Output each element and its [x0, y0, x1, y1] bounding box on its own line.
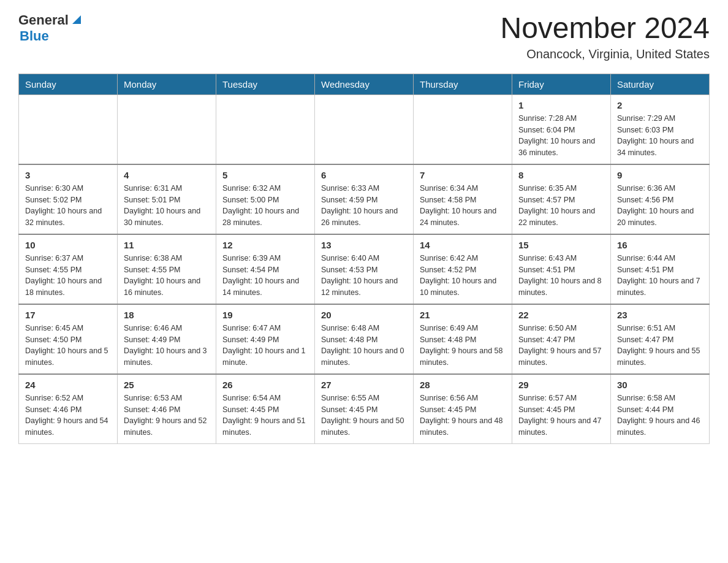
day-number: 26	[222, 380, 308, 390]
calendar-cell: 17Sunrise: 6:45 AMSunset: 4:50 PMDayligh…	[19, 304, 118, 374]
day-info: Sunrise: 6:49 AMSunset: 4:48 PMDaylight:…	[420, 323, 506, 369]
calendar-cell: 1Sunrise: 7:28 AMSunset: 6:04 PMDaylight…	[512, 94, 611, 164]
calendar-cell: 20Sunrise: 6:48 AMSunset: 4:48 PMDayligh…	[315, 304, 414, 374]
logo-blue-text: Blue	[20, 28, 49, 44]
day-number: 5	[222, 170, 308, 180]
title-area: November 2024 Onancock, Virginia, United…	[500, 12, 710, 61]
day-info: Sunrise: 6:44 AMSunset: 4:51 PMDaylight:…	[617, 253, 703, 299]
day-number: 7	[420, 170, 506, 180]
day-number: 14	[420, 240, 506, 250]
calendar-cell: 16Sunrise: 6:44 AMSunset: 4:51 PMDayligh…	[611, 234, 710, 304]
day-info: Sunrise: 6:30 AMSunset: 5:02 PMDaylight:…	[25, 183, 111, 229]
day-number: 15	[518, 240, 604, 250]
day-number: 21	[420, 310, 506, 320]
calendar-cell: 3Sunrise: 6:30 AMSunset: 5:02 PMDaylight…	[19, 164, 118, 234]
calendar-cell: 19Sunrise: 6:47 AMSunset: 4:49 PMDayligh…	[216, 304, 315, 374]
day-number: 6	[321, 170, 407, 180]
page-header: General Blue November 2024 Onancock, Vir…	[18, 12, 710, 61]
day-number: 8	[518, 170, 604, 180]
calendar-cell	[118, 94, 216, 164]
calendar-cell	[315, 94, 414, 164]
day-info: Sunrise: 6:37 AMSunset: 4:55 PMDaylight:…	[25, 253, 111, 299]
calendar-week-row: 1Sunrise: 7:28 AMSunset: 6:04 PMDaylight…	[19, 94, 710, 164]
col-header-thursday: Thursday	[414, 74, 512, 94]
day-info: Sunrise: 6:55 AMSunset: 4:45 PMDaylight:…	[321, 393, 407, 439]
logo-line1: General	[18, 12, 83, 28]
calendar-cell: 26Sunrise: 6:54 AMSunset: 4:45 PMDayligh…	[216, 374, 315, 444]
calendar-cell: 13Sunrise: 6:40 AMSunset: 4:53 PMDayligh…	[315, 234, 414, 304]
day-number: 20	[321, 310, 407, 320]
logo: General Blue	[18, 12, 83, 44]
calendar-cell: 25Sunrise: 6:53 AMSunset: 4:46 PMDayligh…	[118, 374, 216, 444]
logo-blue-line: Blue	[20, 28, 83, 44]
calendar-cell: 4Sunrise: 6:31 AMSunset: 5:01 PMDaylight…	[118, 164, 216, 234]
day-number: 23	[617, 310, 703, 320]
calendar-cell: 12Sunrise: 6:39 AMSunset: 4:54 PMDayligh…	[216, 234, 315, 304]
calendar-cell: 2Sunrise: 7:29 AMSunset: 6:03 PMDaylight…	[611, 94, 710, 164]
day-number: 27	[321, 380, 407, 390]
col-header-friday: Friday	[512, 74, 611, 94]
calendar-cell: 18Sunrise: 6:46 AMSunset: 4:49 PMDayligh…	[118, 304, 216, 374]
day-info: Sunrise: 6:35 AMSunset: 4:57 PMDaylight:…	[518, 183, 604, 229]
day-info: Sunrise: 6:53 AMSunset: 4:46 PMDaylight:…	[124, 393, 210, 439]
day-number: 11	[124, 240, 210, 250]
col-header-wednesday: Wednesday	[315, 74, 414, 94]
day-info: Sunrise: 6:58 AMSunset: 4:44 PMDaylight:…	[617, 393, 703, 439]
day-info: Sunrise: 6:42 AMSunset: 4:52 PMDaylight:…	[420, 253, 506, 299]
day-number: 1	[518, 100, 604, 110]
day-info: Sunrise: 6:36 AMSunset: 4:56 PMDaylight:…	[617, 183, 703, 229]
day-info: Sunrise: 6:47 AMSunset: 4:49 PMDaylight:…	[222, 323, 308, 369]
day-info: Sunrise: 6:51 AMSunset: 4:47 PMDaylight:…	[617, 323, 703, 369]
day-number: 17	[25, 310, 111, 320]
day-info: Sunrise: 7:29 AMSunset: 6:03 PMDaylight:…	[617, 113, 703, 159]
calendar-cell: 10Sunrise: 6:37 AMSunset: 4:55 PMDayligh…	[19, 234, 118, 304]
day-number: 18	[124, 310, 210, 320]
col-header-saturday: Saturday	[611, 74, 710, 94]
calendar-cell: 14Sunrise: 6:42 AMSunset: 4:52 PMDayligh…	[414, 234, 512, 304]
day-info: Sunrise: 6:57 AMSunset: 4:45 PMDaylight:…	[518, 393, 604, 439]
calendar-week-row: 3Sunrise: 6:30 AMSunset: 5:02 PMDaylight…	[19, 164, 710, 234]
day-number: 10	[25, 240, 111, 250]
calendar-cell: 9Sunrise: 6:36 AMSunset: 4:56 PMDaylight…	[611, 164, 710, 234]
day-number: 30	[617, 380, 703, 390]
day-info: Sunrise: 6:45 AMSunset: 4:50 PMDaylight:…	[25, 323, 111, 369]
col-header-monday: Monday	[118, 74, 216, 94]
day-info: Sunrise: 6:46 AMSunset: 4:49 PMDaylight:…	[124, 323, 210, 369]
day-number: 13	[321, 240, 407, 250]
calendar-cell: 30Sunrise: 6:58 AMSunset: 4:44 PMDayligh…	[611, 374, 710, 444]
day-info: Sunrise: 6:48 AMSunset: 4:48 PMDaylight:…	[321, 323, 407, 369]
day-number: 22	[518, 310, 604, 320]
calendar-cell: 28Sunrise: 6:56 AMSunset: 4:45 PMDayligh…	[414, 374, 512, 444]
calendar-cell: 15Sunrise: 6:43 AMSunset: 4:51 PMDayligh…	[512, 234, 611, 304]
day-info: Sunrise: 6:32 AMSunset: 5:00 PMDaylight:…	[222, 183, 308, 229]
day-number: 12	[222, 240, 308, 250]
calendar-cell: 11Sunrise: 6:38 AMSunset: 4:55 PMDayligh…	[118, 234, 216, 304]
calendar-cell: 5Sunrise: 6:32 AMSunset: 5:00 PMDaylight…	[216, 164, 315, 234]
day-number: 9	[617, 170, 703, 180]
location-text: Onancock, Virginia, United States	[500, 47, 710, 61]
day-number: 4	[124, 170, 210, 180]
calendar-cell: 24Sunrise: 6:52 AMSunset: 4:46 PMDayligh…	[19, 374, 118, 444]
calendar-week-row: 10Sunrise: 6:37 AMSunset: 4:55 PMDayligh…	[19, 234, 710, 304]
calendar-header-row: SundayMondayTuesdayWednesdayThursdayFrid…	[19, 74, 710, 94]
day-number: 3	[25, 170, 111, 180]
svg-marker-0	[72, 15, 81, 24]
day-number: 16	[617, 240, 703, 250]
day-info: Sunrise: 7:28 AMSunset: 6:04 PMDaylight:…	[518, 113, 604, 159]
day-number: 28	[420, 380, 506, 390]
logo-general-text: General	[18, 12, 69, 28]
day-info: Sunrise: 6:50 AMSunset: 4:47 PMDaylight:…	[518, 323, 604, 369]
day-number: 24	[25, 380, 111, 390]
calendar-cell: 7Sunrise: 6:34 AMSunset: 4:58 PMDaylight…	[414, 164, 512, 234]
day-info: Sunrise: 6:34 AMSunset: 4:58 PMDaylight:…	[420, 183, 506, 229]
calendar-cell	[19, 94, 118, 164]
col-header-sunday: Sunday	[19, 74, 118, 94]
day-number: 29	[518, 380, 604, 390]
calendar-cell: 6Sunrise: 6:33 AMSunset: 4:59 PMDaylight…	[315, 164, 414, 234]
calendar-cell: 8Sunrise: 6:35 AMSunset: 4:57 PMDaylight…	[512, 164, 611, 234]
day-info: Sunrise: 6:31 AMSunset: 5:01 PMDaylight:…	[124, 183, 210, 229]
day-info: Sunrise: 6:52 AMSunset: 4:46 PMDaylight:…	[25, 393, 111, 439]
day-info: Sunrise: 6:40 AMSunset: 4:53 PMDaylight:…	[321, 253, 407, 299]
day-number: 25	[124, 380, 210, 390]
day-info: Sunrise: 6:43 AMSunset: 4:51 PMDaylight:…	[518, 253, 604, 299]
